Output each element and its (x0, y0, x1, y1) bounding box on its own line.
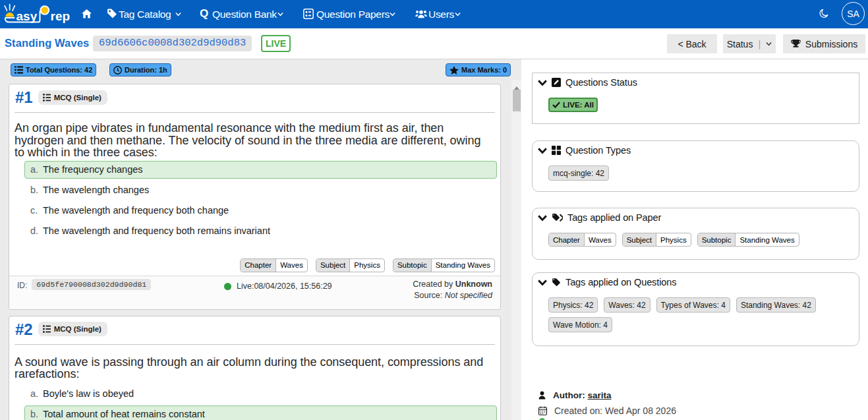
svg-text:rep: rep (51, 9, 71, 23)
svg-text:asy: asy (16, 9, 38, 23)
